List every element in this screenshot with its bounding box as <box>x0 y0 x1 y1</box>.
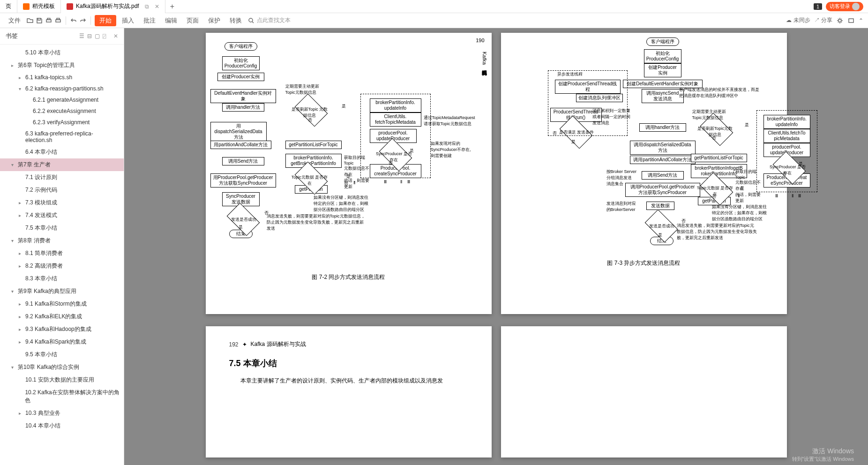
print2-icon[interactable] <box>54 17 62 24</box>
document-viewport[interactable]: 190 Kafka 源码解析与实战 客户端程序 初始化 ProducerConf… <box>124 28 868 465</box>
svg-rect-1 <box>47 18 50 20</box>
watermark-sub: 转到"设置"以激活 Windows <box>792 456 854 463</box>
sidebar-close-icon[interactable]: ✕ <box>113 33 118 39</box>
convert-tab[interactable]: 转换 <box>226 15 246 27</box>
bookmark-item[interactable]: ▸7.4 发送模式 <box>0 209 124 222</box>
search-box[interactable]: 点此查找文本 <box>247 16 291 24</box>
bookmark-item[interactable]: ▸9.1 Kafka和Storm的集成 <box>0 298 124 310</box>
svg-rect-3 <box>57 18 60 20</box>
annotate-tab[interactable]: 批注 <box>140 15 159 27</box>
folder-open-icon[interactable] <box>26 17 34 24</box>
notif-badge[interactable]: 1 <box>814 3 822 10</box>
sidebar: 书签 ☰ ⊟ ▢ ⍁ ✕ 5.10 本章小结▸第6章 Topic的管理工具▸6.… <box>0 28 124 465</box>
save-icon[interactable] <box>36 17 43 24</box>
tab-pdf[interactable]: Kafka源码解析与实战.pdf⧉✕ <box>61 0 165 13</box>
start-tab[interactable]: 开始 <box>95 15 116 26</box>
bookmark-item[interactable]: ▸9.2 Kafka和ELK的集成 <box>0 310 124 323</box>
bookmark-item[interactable]: ▸9.3 Kafka和Hadoop的集成 <box>0 323 124 336</box>
sidebar-title: 书签 <box>6 32 18 40</box>
bookmark-item[interactable]: ▸8.2 高级消费者 <box>0 260 124 272</box>
bookmark-item[interactable]: 10.4 本章小结 <box>0 420 124 432</box>
tab-clone-icon[interactable]: ⧉ <box>145 3 149 10</box>
tab-add[interactable]: + <box>165 2 179 11</box>
gear-icon[interactable] <box>836 17 844 24</box>
bookmark-item[interactable]: 6.4 本章小结 <box>0 146 124 158</box>
bookmark-tree: 5.10 本章小结▸第6章 Topic的管理工具▸6.1 kafka-topic… <box>0 45 124 434</box>
login-button[interactable]: 访客登录 <box>826 2 863 11</box>
page-192: 192 ✦ Kafka 源码解析与实战 7.5 本章小结 本章主要讲解了生产者的… <box>206 326 492 458</box>
watermark: 激活 Windows <box>812 447 854 456</box>
docker-icon <box>23 3 30 10</box>
file-menu[interactable]: 文件 <box>5 15 24 27</box>
titlebar: 页 稻壳模板 Kafka源码解析与实战.pdf⧉✕ + 1 访客登录 <box>0 0 868 13</box>
bookmark-item[interactable]: 6.2.1 generateAssignment <box>0 94 124 105</box>
bookmark-item[interactable]: 7.2 示例代码 <box>0 184 124 196</box>
bookmark-item[interactable]: ▾第9章 Kafka的典型应用 <box>0 285 124 298</box>
redo-icon[interactable] <box>79 17 87 24</box>
outline-icon[interactable]: ☰ <box>79 33 84 39</box>
bookmark-item[interactable]: 6.2.3 verifyAssignment <box>0 117 124 128</box>
bookmark-item[interactable]: 6.2.2 executeAssignment <box>0 105 124 117</box>
bookmark-item[interactable]: 7.5 本章小结 <box>0 222 124 234</box>
page-190: 190 Kafka 源码解析与实战 客户端程序 初始化 ProducerConf… <box>206 33 492 314</box>
bookmark-item[interactable]: 10.1 安防大数据的主要应用 <box>0 374 124 386</box>
edit-tab[interactable]: 编辑 <box>161 15 181 27</box>
page-191: 客户端程序 初始化 ProducerConfig 创建Producer 实例 创… <box>501 33 787 314</box>
bookmark-item[interactable]: ▾第8章 消费者 <box>0 234 124 247</box>
bookmark-item[interactable]: ▸9.4 Kafka和Spark的集成 <box>0 336 124 348</box>
tab-home[interactable]: 页 <box>0 0 17 13</box>
protect-tab[interactable]: 保护 <box>204 15 224 27</box>
bookmark-item[interactable]: 7.1 设计原则 <box>0 171 124 184</box>
bookmark-item[interactable]: ▸6.1 kafka-topics.sh <box>0 72 124 83</box>
collapse-icon[interactable]: ⌃ <box>859 17 863 24</box>
bookmark-item[interactable]: 10.2 Kafka在安防整体解决方案中的角色 <box>0 386 124 407</box>
minimize-icon[interactable] <box>847 17 855 24</box>
undo-icon[interactable] <box>70 17 77 24</box>
bookmark-item[interactable]: ▸第6章 Topic的管理工具 <box>0 59 124 72</box>
bookmark-item[interactable]: ▾6.2 kafka-reassign-partitions.sh <box>0 83 124 94</box>
svg-rect-6 <box>849 19 853 22</box>
bookmark-item[interactable]: ▸10.3 典型业务 <box>0 407 124 420</box>
bookmark-icon[interactable]: ▢ <box>95 33 100 39</box>
collapse-all-icon[interactable]: ⊟ <box>87 33 92 39</box>
bookmark-item[interactable]: 9.5 本章小结 <box>0 348 124 361</box>
page-tab[interactable]: 页面 <box>183 15 202 27</box>
search-icon <box>247 17 255 24</box>
bookmark-item[interactable]: 8.3 本章小结 <box>0 272 124 285</box>
bookmark-item[interactable]: ▸8.1 简单消费者 <box>0 247 124 260</box>
print-icon[interactable] <box>45 17 52 24</box>
svg-point-4 <box>249 18 253 22</box>
insert-tab[interactable]: 插入 <box>118 15 138 27</box>
bookmark-item[interactable]: ▾第7章 生产者 <box>0 158 124 171</box>
sync-status[interactable]: ☁ 未同步 <box>786 16 810 24</box>
page-193 <box>501 326 787 458</box>
svg-point-5 <box>838 19 841 22</box>
close-icon[interactable]: ✕ <box>155 3 159 10</box>
bookmark-item[interactable]: ▸7.3 模块组成 <box>0 196 124 209</box>
avatar-icon <box>852 3 860 10</box>
bookmark-item[interactable]: 6.3 kafka-preferred-replica-election.sh <box>0 128 124 146</box>
toolbar: 文件 开始 插入 批注 编辑 页面 保护 转换 点此查找文本 ☁ 未同步 ↗ 分… <box>0 13 868 28</box>
bookmark2-icon[interactable]: ⍁ <box>103 33 106 39</box>
tab-docker[interactable]: 稻壳模板 <box>17 0 61 13</box>
bookmark-item[interactable]: 5.10 本章小结 <box>0 46 124 59</box>
share-button[interactable]: ↗ 分享 <box>814 16 832 24</box>
bookmark-item[interactable]: ▾第10章 Kafka的综合实例 <box>0 361 124 374</box>
pdf-icon <box>67 3 73 10</box>
